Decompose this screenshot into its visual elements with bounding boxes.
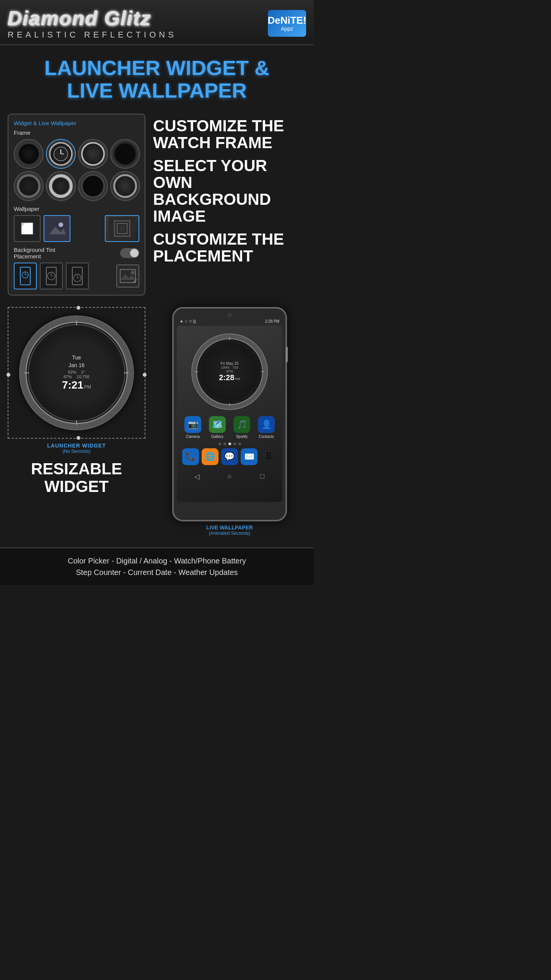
frame-option-4[interactable] — [110, 139, 140, 169]
frame-circle-6 — [49, 174, 73, 198]
dot-1 — [218, 443, 221, 445]
watch-ampm: PM — [84, 384, 91, 390]
wallpaper-option-white[interactable] — [14, 215, 41, 242]
placement-option-1[interactable] — [14, 263, 37, 289]
lw-sub: (Animated Seconds) — [206, 531, 253, 536]
watch-date-line2: Jan 16 — [68, 362, 85, 368]
dot-2 — [223, 443, 226, 445]
phone-section: ★ ☆ ▽ ||| 2:28 PM — [153, 307, 306, 536]
wallpaper-option-image[interactable] — [44, 215, 70, 242]
svg-rect-12 — [20, 267, 30, 285]
frame-option-3[interactable] — [78, 139, 108, 169]
widget-label-main: LAUNCHER WIDGET — [8, 443, 145, 449]
phone-nav-bar: ◁ ○ □ — [181, 469, 279, 483]
frame-option-1[interactable] — [14, 139, 44, 169]
resize-box[interactable]: Tue Jan 16 92% 2° 87% 10,756 7:21 — [8, 307, 145, 439]
phone-page-dots — [181, 443, 279, 445]
background-tint-label: Background Tint Placement — [14, 247, 55, 260]
lw-main: LIVE WALLPAPER — [206, 524, 253, 531]
widget-panel-title: Widget & Live Wallpaper — [14, 120, 139, 126]
resize-handle-left[interactable] — [7, 373, 10, 377]
widget-label-sub: (No Seconds) — [8, 449, 145, 454]
tint-row: Background Tint Placement — [14, 247, 139, 260]
phone-app-contacts[interactable]: 👤 Contacts — [258, 416, 275, 439]
dot-4 — [233, 443, 236, 445]
phone-app-camera[interactable]: 📷 Camera — [184, 416, 201, 439]
resizable-title: RESIZABLE WIDGET — [8, 460, 145, 495]
svg-point-6 — [59, 222, 63, 227]
main-title: LAUNCHER WIDGET & LIVE WALLPAPER — [8, 57, 306, 102]
resize-handle-right[interactable] — [143, 373, 147, 377]
placement-option-3[interactable] — [66, 263, 89, 289]
frame-circle-2 — [49, 142, 73, 166]
dot-5 — [238, 443, 241, 445]
resize-handle-top[interactable] — [77, 306, 80, 310]
frame-label: Frame — [14, 129, 139, 136]
phone-app-spotify[interactable]: 🎵 Spotify — [233, 416, 250, 439]
watch-stats-2: 87% 10,756 — [64, 374, 90, 379]
frame-option-2[interactable] — [46, 139, 76, 169]
frame-circle-3 — [81, 142, 105, 166]
placement-row — [14, 263, 139, 289]
feature-3-text: CUSTOMIZE THE PLACEMENT — [153, 231, 306, 265]
live-wallpaper-label: LIVE WALLPAPER (Animated Seconds) — [206, 524, 253, 536]
footer-line1: Color Picker - Digital / Analog - Watch/… — [8, 555, 306, 567]
frame-circle-8 — [113, 174, 137, 198]
wallpaper-option-pattern[interactable] — [105, 215, 139, 242]
frame-option-8[interactable] — [110, 171, 140, 201]
feature-1: CUSTOMIZE THE WATCH FRAME — [153, 118, 306, 151]
phone-screen: Fri May 25 100% 720 97% 2:28 PM — [177, 326, 282, 502]
frame-grid — [14, 139, 139, 201]
dot-3 — [228, 443, 231, 445]
svg-point-27 — [131, 271, 135, 274]
frame-circle-4 — [113, 142, 137, 166]
toggle-knob — [130, 249, 139, 257]
feature-2: SELECT YOUR OWN BACKGROUND IMAGE — [153, 157, 306, 225]
watch-date-line1: Tue — [72, 354, 81, 361]
phone-power-button — [286, 347, 288, 362]
placement-option-2[interactable] — [40, 263, 63, 289]
nav-recents[interactable]: □ — [257, 471, 267, 482]
watch-stats: 92% 2° — [68, 370, 85, 374]
content-area: Widget & Live Wallpaper Frame — [0, 110, 314, 299]
features-panel: CUSTOMIZE THE WATCH FRAME SELECT YOUR OW… — [153, 114, 306, 296]
bottom-section: Tue Jan 16 92% 2° 87% 10,756 7:21 — [0, 299, 314, 540]
phone-mockup: ★ ☆ ▽ ||| 2:28 PM — [172, 307, 287, 521]
watch-inner: Tue Jan 16 92% 2° 87% 10,756 7:21 — [34, 331, 119, 415]
phone-dock-chrome[interactable]: 🌐 — [202, 448, 218, 465]
frame-option-6[interactable] — [46, 171, 76, 201]
main-title-section: LAUNCHER WIDGET & LIVE WALLPAPER — [0, 45, 314, 110]
svg-rect-11 — [119, 226, 125, 231]
frame-circle-5 — [17, 174, 41, 198]
frame-option-7[interactable] — [78, 171, 108, 201]
denite-logo: DeNiTE! Appz — [268, 10, 306, 37]
phone-status-bar: ★ ☆ ▽ ||| 2:28 PM — [177, 319, 282, 323]
wallpaper-label: Wallpaper — [14, 206, 139, 212]
phone-watch-face: Fri May 25 100% 720 97% 2:28 PM — [191, 333, 268, 410]
app-title-realistic: Realistic Reflections — [8, 30, 177, 40]
widget-settings-panel: Widget & Live Wallpaper Frame — [8, 114, 145, 296]
frame-option-5[interactable] — [14, 171, 44, 201]
nav-back[interactable]: ◁ — [192, 471, 202, 482]
phone-dock-mail[interactable]: ✉️ — [241, 448, 258, 465]
widget-preview: Tue Jan 16 92% 2° 87% 10,756 7:21 — [8, 307, 145, 536]
tint-toggle[interactable] — [120, 248, 139, 258]
widget-label: LAUNCHER WIDGET (No Seconds) — [8, 443, 145, 454]
app-title-diamond: Diamond Glitz — [8, 7, 177, 30]
frame-circle-1 — [17, 142, 41, 166]
resize-handle-bottom[interactable] — [77, 436, 80, 440]
app-title-block: Diamond Glitz Realistic Reflections — [8, 7, 177, 40]
footer: Color Picker - Digital / Analog - Watch/… — [0, 547, 314, 585]
phone-dock-phone[interactable]: 📞 — [182, 448, 199, 465]
phone-app-gallery[interactable]: 🗺️ Gallery — [209, 416, 226, 439]
feature-3: CUSTOMIZE THE PLACEMENT — [153, 231, 306, 265]
wallpaper-row — [14, 215, 139, 242]
feature-1-text: CUSTOMIZE THE WATCH FRAME — [153, 118, 306, 151]
placement-option-photo[interactable] — [116, 265, 139, 287]
app-header: Diamond Glitz Realistic Reflections DeNi… — [0, 0, 314, 45]
nav-home[interactable]: ○ — [224, 471, 235, 482]
phone-dock-apps[interactable]: ⠿ — [260, 448, 277, 465]
phone-app-row: 📷 Camera 🗺️ Gallery 🎵 Spotify 👤 Contacts — [181, 416, 279, 439]
phone-dock-msg[interactable]: 💬 — [221, 448, 238, 465]
phone-watch-inner: Fri May 25 100% 720 97% 2:28 PM — [201, 343, 258, 400]
